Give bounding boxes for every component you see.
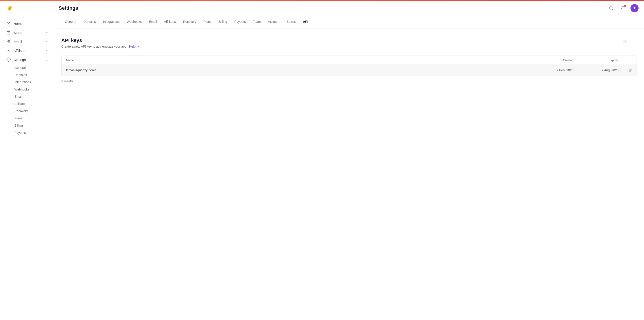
sidebar-sub-webhooks[interactable]: Webhooks	[12, 86, 54, 93]
sidebar-item-store-label: Store	[14, 31, 22, 35]
chevron-up-icon: ▴	[46, 58, 48, 61]
sidebar-sub-recovery[interactable]: Recovery	[12, 107, 54, 115]
notification-dot	[624, 5, 626, 7]
sidebar-sub-payouts-label: Payouts	[14, 131, 26, 135]
api-key-actions	[618, 68, 632, 72]
logo	[6, 4, 14, 12]
svg-point-0	[610, 7, 612, 9]
sidebar-sub-integrations[interactable]: Integrations	[12, 79, 54, 86]
chevron-down-icon: ▾	[46, 31, 48, 34]
arrow-annotation-icon: →	[622, 38, 628, 45]
tab-recovery[interactable]: Recovery	[180, 15, 200, 29]
settings-sub-menu: General Domains Integrations Webhooks Em…	[0, 64, 54, 136]
column-header-actions	[618, 59, 632, 62]
svg-line-1	[612, 9, 612, 10]
content-header-text: API keys Create a new API key to authent…	[61, 38, 139, 48]
sidebar-sub-billing-label: Billing	[14, 124, 23, 127]
sidebar-sub-recovery-label: Recovery	[14, 109, 28, 113]
sidebar-item-email[interactable]: Email ▾	[2, 37, 52, 46]
notifications-button[interactable]	[619, 4, 627, 12]
sidebar-sub-email[interactable]: Email	[12, 93, 54, 100]
avatar-button[interactable]: +	[630, 4, 638, 12]
sidebar-sub-domains[interactable]: Domains	[12, 71, 54, 79]
tab-webhooks[interactable]: Webhooks	[123, 15, 145, 29]
sidebar-item-affiliates-label: Affiliates	[14, 49, 26, 53]
tab-payouts[interactable]: Payouts	[231, 15, 250, 29]
page-title: Settings	[59, 5, 78, 11]
email-icon	[6, 39, 11, 44]
svg-point-7	[7, 51, 8, 52]
sidebar-sub-email-label: Email	[14, 95, 22, 98]
sidebar-sub-domains-label: Domains	[14, 73, 27, 77]
tab-integrations[interactable]: Integrations	[100, 15, 123, 29]
sidebar-item-home[interactable]: Home	[2, 19, 52, 28]
svg-point-11	[8, 59, 9, 60]
affiliates-icon	[6, 48, 11, 53]
table-header: Name Created Expires	[62, 56, 636, 65]
sidebar-item-home-label: Home	[14, 22, 22, 26]
column-header-created: Created	[528, 59, 574, 62]
header: Settings +	[0, 1, 644, 15]
api-key-expires: 7 Aug, 2025	[574, 68, 618, 72]
sidebar: Home Store ▾ Email ▾ Affiliates ▾	[0, 15, 54, 320]
tab-affiliates[interactable]: Affiliates	[160, 15, 180, 29]
sidebar-item-settings-label: Settings	[14, 58, 26, 62]
tab-domains[interactable]: Domains	[80, 15, 100, 29]
content-header: API keys Create a new API key to authent…	[61, 38, 637, 48]
tab-api[interactable]: API	[299, 15, 312, 29]
section-subtitle: Create a new API key to authenticate you…	[61, 45, 139, 48]
sidebar-sub-integrations-label: Integrations	[14, 80, 31, 84]
api-key-name: lemon-squeezy-demo	[66, 68, 528, 72]
tabs-bar: General Domains Integrations Webhooks Em…	[54, 15, 644, 29]
svg-line-9	[8, 51, 9, 51]
chevron-down-icon: ▾	[46, 40, 48, 43]
sidebar-item-affiliates[interactable]: Affiliates ▾	[2, 46, 52, 55]
sidebar-item-store[interactable]: Store ▾	[2, 28, 52, 37]
settings-icon	[6, 57, 11, 62]
sidebar-sub-general-label: General	[14, 66, 26, 70]
svg-point-8	[9, 51, 10, 52]
section-title: API keys	[61, 38, 139, 43]
sidebar-item-settings[interactable]: Settings ▴	[2, 55, 52, 64]
sidebar-sub-plans[interactable]: Plans	[12, 115, 54, 122]
content-area: API keys Create a new API key to authent…	[54, 29, 644, 92]
tab-stores[interactable]: Stores	[283, 15, 299, 29]
header-actions: +	[607, 4, 638, 12]
search-button[interactable]	[607, 4, 615, 12]
home-icon	[6, 21, 11, 26]
table-row: lemon-squeezy-demo 7 Feb, 2025 7 Aug, 20…	[62, 65, 636, 76]
results-count: 6 results	[61, 79, 637, 83]
store-icon	[6, 30, 11, 35]
api-keys-table: Name Created Expires lemon-squeezy-demo …	[61, 56, 637, 76]
sidebar-sub-billing[interactable]: Billing	[12, 122, 54, 129]
main-content: General Domains Integrations Webhooks Em…	[54, 15, 644, 320]
delete-api-key-button[interactable]	[628, 68, 632, 72]
sidebar-sub-payouts[interactable]: Payouts	[12, 129, 54, 136]
tab-plans[interactable]: Plans	[200, 15, 215, 29]
sidebar-sub-affiliates[interactable]: Affiliates	[12, 100, 54, 107]
sidebar-sub-webhooks-label: Webhooks	[14, 88, 29, 91]
tab-account[interactable]: Account	[264, 15, 283, 29]
sidebar-sub-plans-label: Plans	[14, 116, 22, 120]
add-key-annotation: → +	[622, 38, 637, 45]
api-key-created: 7 Feb, 2025	[528, 68, 574, 72]
tab-team[interactable]: Team	[250, 15, 264, 29]
chevron-down-icon: ▾	[46, 49, 48, 52]
svg-point-5	[8, 49, 9, 50]
svg-line-10	[8, 51, 10, 51]
sidebar-item-email-label: Email	[14, 40, 22, 44]
sidebar-sub-affiliates-label: Affiliates	[14, 102, 26, 106]
column-header-name: Name	[66, 59, 528, 62]
sidebar-sub-general[interactable]: General	[12, 64, 54, 71]
add-api-key-button[interactable]: +	[630, 38, 637, 45]
column-header-expires: Expires	[574, 59, 618, 62]
tab-email[interactable]: Email	[145, 15, 160, 29]
top-accent-bar	[0, 0, 644, 1]
help-link[interactable]: Help ↗	[129, 45, 139, 48]
tab-general[interactable]: General	[61, 15, 80, 29]
tab-billing[interactable]: Billing	[215, 15, 231, 29]
